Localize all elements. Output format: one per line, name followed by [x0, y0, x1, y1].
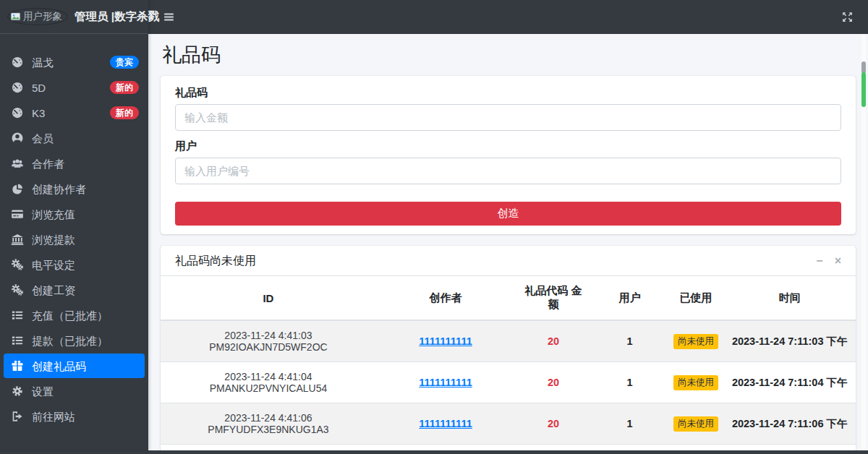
creator-link[interactable]: 1111111111: [419, 335, 472, 347]
sidebar-item-label: 电平设定: [32, 259, 139, 271]
content-area: 礼品码 礼品码 用户 创造 礼品码尚未使用 − ×: [148, 34, 868, 450]
sidebar-item-label: 设置: [32, 385, 139, 398]
cell-user: 1: [592, 362, 668, 403]
sidebar-item-5d[interactable]: 5D 新的: [4, 75, 145, 100]
table-row: 2023-11-24 4:41:06 PMFYUDFX3E9NKUG1A3 11…: [161, 403, 856, 445]
sidebar-item-label: 提款（已批准）: [32, 335, 139, 347]
sidebar-item-label: 会员: [32, 132, 139, 145]
sidebar-item-k3[interactable]: K3 新的: [4, 100, 145, 125]
brand-header[interactable]: 用户形象 管理员 |数字杀戮: [0, 0, 148, 34]
sidebar: 用户形象 管理员 |数字杀戮 温戈 贵宾 5D 新的 K3 新的 会员 合作者 …: [0, 0, 148, 450]
sidebar-item-label: 浏览提款: [32, 234, 139, 246]
column-header-used: 已使用: [668, 276, 724, 321]
brand-logo-alt-text: 用户形象: [23, 10, 62, 23]
top-navbar: [148, 0, 868, 34]
page-title: 礼品码: [162, 43, 854, 67]
cell-user: 1: [592, 320, 668, 362]
cell-id: 2023-11-24 4:41:07 PMOHS0BJOIDA8B0BPY: [161, 445, 376, 451]
sign-out-icon: [11, 410, 24, 423]
sidebar-toggle-button[interactable]: [160, 8, 178, 26]
cell-id: 2023-11-24 4:41:03 PM92IOAKJN7D5WF2OC: [161, 320, 376, 362]
sidebar-item-withdrawal-approved[interactable]: 提款（已批准）: [4, 328, 145, 353]
sidebar-item-goto-website[interactable]: 前往网站: [4, 404, 145, 429]
sidebar-item-badge: 贵宾: [110, 56, 139, 69]
table-row: 2023-11-24 4:41:07 PMOHS0BJOIDA8B0BPY 11…: [161, 445, 856, 451]
sidebar-item-members[interactable]: 会员: [4, 126, 145, 150]
scrollbar-thumb-green[interactable]: [861, 72, 866, 107]
sidebar-item-label: 前往网站: [32, 411, 139, 423]
sidebar-nav: 温戈 贵宾 5D 新的 K3 新的 会员 合作者 创建协作者 浏览充值 浏览提款: [0, 50, 148, 429]
minus-icon: −: [816, 254, 822, 267]
creator-link[interactable]: 1111111111: [419, 418, 472, 429]
sidebar-item-badge: 新的: [110, 81, 139, 94]
status-badge: 尚未使用: [673, 334, 718, 349]
expand-arrows-icon: [841, 11, 854, 23]
sidebar-item-wengo[interactable]: 温戈 贵宾: [4, 50, 145, 74]
sidebar-item-badge: 新的: [110, 106, 139, 119]
column-header-creator: 创作者: [376, 276, 515, 321]
sidebar-item-settings[interactable]: 设置: [4, 379, 145, 403]
sidebar-item-partners[interactable]: 合作者: [4, 151, 145, 176]
cell-amount: 20: [515, 403, 592, 445]
cogs-icon: [11, 283, 24, 296]
tachometer-icon: [11, 56, 24, 69]
sidebar-item-create-collaborator[interactable]: 创建协作者: [4, 176, 145, 201]
brand-logo: 用户形象: [7, 8, 68, 25]
cell-amount: 20: [515, 362, 592, 403]
user-label: 用户: [175, 140, 841, 153]
broken-image-icon: [10, 12, 21, 22]
cell-amount: 20: [515, 445, 592, 451]
users-icon: [11, 157, 24, 170]
sidebar-item-label: 浏览充值: [32, 208, 139, 220]
create-giftcode-card: 礼品码 用户 创造: [161, 76, 856, 234]
card-title: 礼品码尚未使用: [175, 254, 256, 267]
sidebar-item-label: 5D: [32, 82, 110, 94]
chart-pie-icon: [11, 182, 24, 195]
list-icon: [11, 334, 24, 347]
cell-id: 2023-11-24 4:41:04 PMANKU2PVNYICALU54: [161, 362, 376, 403]
sidebar-item-level-setting[interactable]: 电平设定: [4, 252, 145, 277]
minimize-card-button[interactable]: −: [816, 256, 822, 266]
table-row: 2023-11-24 4:41:03 PM92IOAKJN7D5WF2OC 11…: [161, 320, 856, 362]
sidebar-item-create-salary[interactable]: 创建工资: [4, 278, 145, 302]
fullscreen-button[interactable]: [838, 8, 856, 26]
status-badge: 尚未使用: [673, 416, 718, 432]
sidebar-item-browse-recharge[interactable]: 浏览充值: [4, 202, 145, 226]
gift-icon: [11, 359, 24, 372]
creator-link[interactable]: 1111111111: [419, 377, 472, 388]
tachometer-icon: [11, 106, 24, 119]
sidebar-item-recharge-approved[interactable]: 充值（已批准）: [4, 303, 145, 327]
sidebar-item-label: 温戈: [32, 56, 110, 69]
sidebar-item-label: 合作者: [32, 158, 139, 170]
sidebar-item-label: 创建礼品码: [32, 360, 139, 372]
column-header-amount: 礼品代码 金额: [515, 276, 592, 321]
sidebar-item-browse-withdrawal[interactable]: 浏览提款: [4, 227, 145, 252]
cell-time: 2023-11-24 7:11:03 下午: [723, 320, 856, 362]
table-header-row: ID 创作者 礼品代码 金额 用户 已使用 时间: [161, 276, 856, 321]
cell-id: 2023-11-24 4:41:06 PMFYUDFX3E9NKUG1A3: [161, 403, 376, 445]
giftcodes-table: ID 创作者 礼品代码 金额 用户 已使用 时间 2023-11-24 4:41…: [161, 275, 856, 450]
cell-amount: 20: [515, 320, 592, 362]
cell-user: 1: [592, 445, 668, 451]
hamburger-icon: [163, 11, 175, 23]
close-icon: ×: [835, 254, 841, 267]
sidebar-item-label: K3: [32, 107, 110, 119]
column-header-user: 用户: [592, 276, 668, 321]
bottom-bar: [0, 450, 868, 454]
brand-title: 管理员 |数字杀戮: [75, 9, 159, 25]
bank-icon: [11, 233, 24, 246]
gear-icon: [11, 385, 24, 398]
create-button[interactable]: 创造: [175, 202, 841, 226]
close-card-button[interactable]: ×: [835, 256, 841, 266]
user-id-input[interactable]: [175, 158, 841, 184]
table-body: 2023-11-24 4:41:03 PM92IOAKJN7D5WF2OC 11…: [161, 320, 856, 450]
column-header-id: ID: [161, 276, 376, 321]
giftcode-amount-label: 礼品码: [175, 86, 841, 100]
cell-time: 2023-11-24 7:11:04 下午: [723, 362, 856, 403]
tachometer-icon: [11, 81, 24, 94]
cogs-icon: [11, 258, 24, 271]
sidebar-item-label: 创建工资: [32, 284, 139, 296]
cell-time: 2023-11-24 7:11:06 下午: [723, 403, 856, 445]
sidebar-item-create-giftcode[interactable]: 创建礼品码: [4, 354, 145, 378]
giftcode-amount-input[interactable]: [175, 104, 841, 131]
